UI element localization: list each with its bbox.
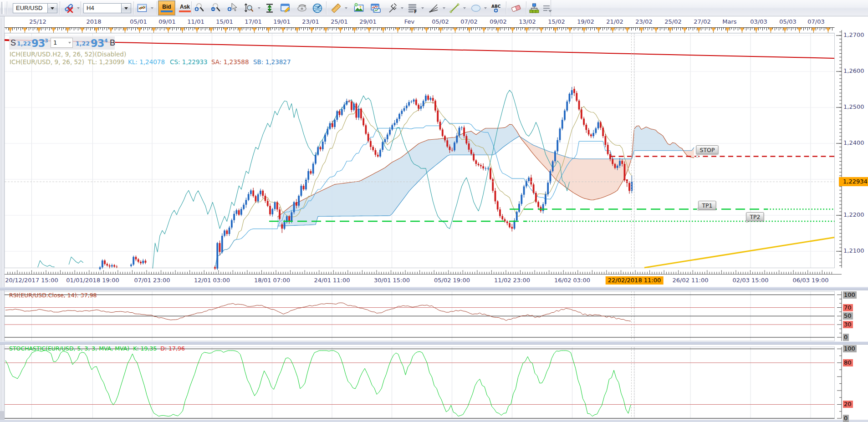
order-entry-widget: S 1,22 93 3 1 1,22 93 4 B <box>9 36 115 50</box>
text-tool-icon: ABC <box>490 2 502 14</box>
buy-price-sup[interactable]: 4 <box>104 38 108 44</box>
zoom-selection-icon <box>226 2 238 14</box>
fit-vertical-scale-button[interactable] <box>263 2 276 15</box>
chart-type-button[interactable] <box>135 2 149 15</box>
time-axis-label: 15/01 <box>216 18 233 25</box>
timeframe-dropdown-icon[interactable] <box>121 4 131 13</box>
sell-price-sup[interactable]: 3 <box>45 38 48 44</box>
stoch-scale-label: 0 <box>843 415 849 422</box>
zoom-time-icon <box>243 2 255 14</box>
time-axis-label: 29/01 <box>359 18 376 25</box>
date-axis-label: 01/01/2018 19:00 <box>66 277 119 284</box>
time-axis-label: 25/12 <box>29 18 46 25</box>
eraser-icon <box>510 2 522 14</box>
fit-vertical-scale-icon <box>264 2 276 14</box>
ich-sa-value: SA: 1,23588 <box>211 58 249 66</box>
rsi-indicator-label[interactable]: RSI(EUR/USD.Close, 14): 37,98 <box>9 292 97 299</box>
quantity-dropdown-icon[interactable] <box>68 42 71 45</box>
date-axis-label: 16/02 03:00 <box>554 277 590 284</box>
toolbar-separator <box>191 1 192 15</box>
web-button[interactable] <box>311 2 324 15</box>
price-axis-label: 1,2400 <box>843 139 864 146</box>
pitchfork-tool-button[interactable] <box>386 2 399 15</box>
measure-dropdown-icon[interactable] <box>344 6 348 10</box>
symbol-select[interactable]: EUR/USD <box>13 3 57 13</box>
timeframe-select[interactable]: H4 <box>83 3 131 13</box>
sell-label[interactable]: S <box>10 38 16 48</box>
stop-level-label[interactable]: STOP <box>696 145 719 154</box>
symbol-dropdown-icon[interactable] <box>47 4 57 13</box>
fibonacci-dropdown-icon[interactable] <box>421 6 425 10</box>
price-axis-label: 1,2500 <box>843 103 864 110</box>
menu-list-icon <box>541 2 553 14</box>
time-axis-label: 27/02 <box>694 18 710 25</box>
zoom-out-button[interactable] <box>209 2 223 15</box>
date-axis-label: 07/01 23:00 <box>134 277 170 284</box>
zoom-time-button[interactable] <box>242 2 255 15</box>
sell-price-big[interactable]: 93 <box>31 37 45 49</box>
stochastic-indicator-label[interactable]: STOCHASTIC(EUR/USD, 5, 3, 3, MVA, MVA) K… <box>9 345 185 352</box>
date-axis-label: 11/02 23:00 <box>494 277 530 284</box>
visibility-button[interactable] <box>296 2 309 15</box>
current-bar-date-label: 22/02/2018 11:00 <box>606 276 664 285</box>
ich-tl-value: TL: 1,23099 <box>88 58 124 66</box>
visibility-icon <box>296 2 308 14</box>
time-axis-label: 05/02 <box>432 18 449 25</box>
sell-price-small[interactable]: 1,22 <box>17 40 31 47</box>
toolbar-separator <box>326 1 327 15</box>
time-axis-label: 23/02 <box>635 18 652 25</box>
ellipse-dropdown-icon[interactable] <box>484 6 488 10</box>
rsi-panel <box>5 291 842 341</box>
unlink-button[interactable] <box>62 2 76 15</box>
bid-button[interactable]: Bid <box>158 1 175 15</box>
time-ruler <box>5 28 835 33</box>
eraser-button[interactable] <box>509 2 523 15</box>
pitchfork-dropdown-icon[interactable] <box>400 6 404 10</box>
date-axis-label: 18/01 07:00 <box>254 277 290 284</box>
add-image-button[interactable] <box>352 2 366 15</box>
fan-dropdown-icon[interactable] <box>442 6 446 10</box>
time-axis-label: 25/02 <box>664 18 681 25</box>
workspace-layout-icon <box>528 2 540 14</box>
chart-window-icon <box>370 2 382 14</box>
symbol-value: EUR/USD <box>13 4 47 13</box>
time-axis-label: 09/02 <box>490 18 506 25</box>
add-image-icon <box>353 2 365 14</box>
chart-window-button[interactable] <box>369 2 383 15</box>
edit-chart-button[interactable] <box>279 2 292 15</box>
trendline-dropdown-icon[interactable] <box>463 6 467 10</box>
tp1-level-label[interactable]: TP1 <box>698 201 716 210</box>
buy-price-big[interactable]: 93 <box>91 37 104 49</box>
menu-list-button[interactable] <box>540 2 554 15</box>
time-axis-label: Fev <box>404 18 414 25</box>
fibonacci-tool-button[interactable]: F <box>406 2 419 15</box>
buy-price-small[interactable]: 1,22 <box>76 40 90 47</box>
chart-type-dropdown-icon[interactable] <box>150 6 154 10</box>
ask-underline <box>179 10 191 12</box>
toolbar-grip[interactable] <box>1 2 4 14</box>
buy-label[interactable]: B <box>110 38 115 48</box>
zoom-in-icon <box>194 2 205 14</box>
time-axis-label: 07/03 <box>807 18 824 25</box>
zoom-selection-button[interactable] <box>225 2 239 15</box>
trendline-tool-button[interactable] <box>448 2 461 15</box>
tp2-level-label[interactable]: TP2 <box>746 212 764 221</box>
ask-button[interactable]: Ask <box>177 1 193 15</box>
time-axis-label: 13/02 <box>519 18 536 25</box>
date-axis-label: 06/03 19:00 <box>792 277 828 284</box>
zoom-in-button[interactable] <box>193 2 206 15</box>
measure-tool-button[interactable] <box>329 2 343 15</box>
quantity-input[interactable]: 1 <box>51 38 73 48</box>
unlink-dropdown-icon[interactable] <box>77 6 81 10</box>
time-axis-label: 05/01 <box>130 18 147 25</box>
toolbar-separator <box>506 1 506 15</box>
time-axis-label: 23/01 <box>302 18 319 25</box>
time-axis-label: 25/01 <box>331 18 347 25</box>
ellipse-tool-button[interactable] <box>469 2 483 15</box>
workspace-layout-button[interactable] <box>527 2 541 15</box>
stoch-scale-label: 100 <box>843 345 857 352</box>
time-axis-label: 05/03 <box>779 18 796 25</box>
fan-lines-tool-button[interactable] <box>427 2 440 15</box>
text-tool-button[interactable]: ABC <box>489 2 503 15</box>
zoom-time-dropdown-icon[interactable] <box>257 6 261 10</box>
